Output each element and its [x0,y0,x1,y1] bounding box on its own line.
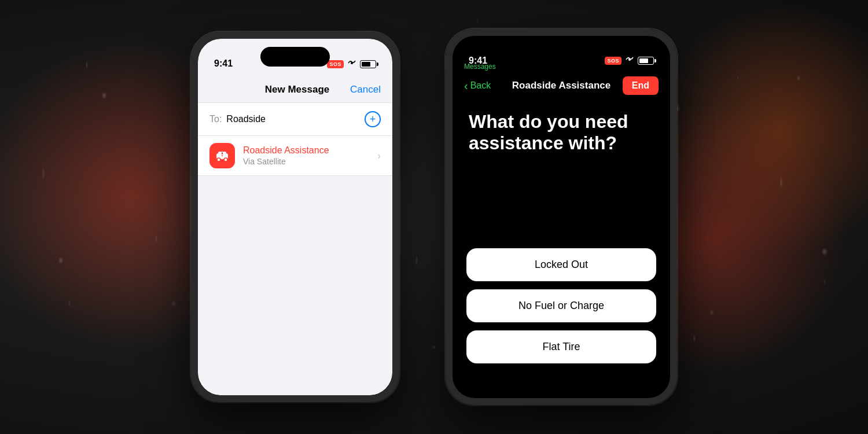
suggestion-row[interactable]: Roadside Assistance Via Satellite › [198,136,392,176]
suggestion-text: Roadside Assistance Via Satellite [243,145,369,166]
phone-left: 9:41 SOS [191,32,399,402]
compose-header: New Message Cancel [198,73,392,103]
chevron-right-icon: › [377,150,381,162]
compose-title: New Message [265,84,330,95]
svg-point-0 [351,62,353,64]
options-area: Locked Out No Fuel or Charge Flat Tire [466,248,656,363]
satellite-icon-right [625,56,634,66]
question-area: What do you need assistance with? [469,111,654,154]
sos-badge-right: SOS [605,57,621,65]
phones-container: 9:41 SOS [0,0,868,434]
back-arrow-icon: ‹ [464,80,468,91]
svg-point-3 [217,158,220,161]
question-text: What do you need assistance with? [469,111,654,154]
nav-bar-right: ‹ Back Roadside Assistance End [453,71,670,101]
suggestion-name: Roadside Assistance [243,145,369,156]
status-time-right: 9:41 [469,56,487,66]
to-value[interactable]: Roadside [226,114,360,124]
dynamic-island-right [527,44,596,64]
back-button[interactable]: ‹ Back [464,80,491,91]
add-recipient-button[interactable]: + [365,111,381,127]
battery-fill-left [362,62,370,67]
to-label: To: [209,114,222,124]
satellite-icon-left [347,59,356,69]
option-no-fuel[interactable]: No Fuel or Charge [466,289,656,322]
sos-badge-left: SOS [327,60,344,68]
end-button[interactable]: End [623,76,659,95]
battery-icon-right [638,57,654,65]
phone-right-screen: 9:41 SOS Messages [453,36,670,398]
back-label: Back [470,80,491,91]
svg-rect-5 [222,152,223,155]
svg-point-4 [224,158,227,161]
battery-fill-right [639,58,648,63]
phone-left-screen: 9:41 SOS [198,39,392,395]
battery-icon-left [360,60,376,68]
svg-rect-6 [222,155,223,156]
option-locked-out[interactable]: Locked Out [466,248,656,281]
status-time-left: 9:41 [214,58,233,69]
svg-point-7 [628,58,631,61]
status-icons-right: SOS [605,56,654,66]
cancel-button[interactable]: Cancel [350,84,381,95]
nav-title: Roadside Assistance [512,80,610,91]
compose-area: New Message Cancel To: Roadside + [198,73,392,395]
status-icons-left: SOS [327,59,376,69]
to-field: To: Roadside + [198,103,392,136]
option-flat-tire[interactable]: Flat Tire [466,330,656,363]
phone-right: 9:41 SOS Messages [446,29,677,405]
dynamic-island-left [260,47,330,67]
roadside-icon [209,143,235,168]
suggestion-sub: Via Satellite [243,157,369,166]
